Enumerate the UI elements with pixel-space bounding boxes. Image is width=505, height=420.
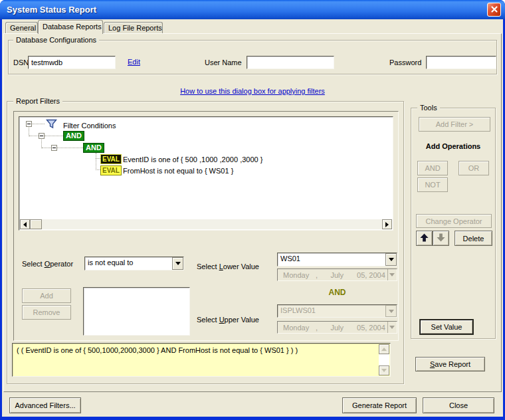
upper-value-combobox-value: ISPLWS01 xyxy=(278,305,385,317)
arrow-left-icon xyxy=(23,222,27,227)
database-configurations-group-label: Database Configurations xyxy=(13,36,99,44)
save-report-button[interactable]: Save Report xyxy=(415,357,485,371)
tree-expander-and-1[interactable] xyxy=(39,133,45,139)
advanced-filters-button[interactable]: Advanced Filters... xyxy=(9,397,81,413)
help-link-row: How to use this dialog box for applying … xyxy=(0,87,505,95)
select-upper-value-label-post: pper Value xyxy=(225,316,259,324)
tree-node-eval-1-badge[interactable]: EVAL xyxy=(100,154,122,164)
tree-expander-root[interactable] xyxy=(26,121,32,127)
report-filters-group-label: Report Filters xyxy=(13,97,62,105)
tree-horizontal-scrollbar[interactable] xyxy=(20,219,392,229)
tree-connector xyxy=(57,148,83,148)
close-dialog-button[interactable]: Close xyxy=(423,397,494,413)
password-input[interactable] xyxy=(426,56,496,69)
tools-group-label: Tools xyxy=(417,104,440,112)
tab-general-label: General xyxy=(10,24,36,32)
lower-date-arrow xyxy=(387,269,397,280)
upper-date-day-year: 05, 2004 xyxy=(357,324,387,332)
user-name-input[interactable] xyxy=(247,56,334,69)
lower-date-day-year: 05, 2004 xyxy=(357,271,387,279)
not-operation-button: NOT xyxy=(417,177,448,192)
tree-node-and-2[interactable]: AND xyxy=(83,143,104,153)
move-up-button[interactable] xyxy=(416,231,433,246)
select-lower-value-label-post: ower Value xyxy=(223,262,259,270)
upper-date-arrow xyxy=(387,322,397,333)
close-icon xyxy=(490,5,498,15)
filter-summary-box: ( ( EventID is one of { 500,1000,2000,30… xyxy=(12,343,391,377)
tree-connector xyxy=(29,136,39,136)
close-button[interactable] xyxy=(487,3,501,17)
help-link[interactable]: How to use this dialog box for applying … xyxy=(180,87,325,95)
chevron-down-icon xyxy=(389,326,395,329)
lower-value-combobox[interactable]: WS01 xyxy=(277,253,397,266)
edit-link[interactable]: Edit xyxy=(128,58,140,66)
dsn-input[interactable] xyxy=(28,56,116,69)
upper-date-separator: , xyxy=(316,324,331,332)
upper-value-combobox: ISPLWS01 xyxy=(277,304,397,318)
arrow-right-icon xyxy=(385,222,389,227)
tab-log-file-reports[interactable]: Log File Reports xyxy=(104,22,163,34)
save-report-label-key: S xyxy=(430,360,435,368)
add-operations-label: Add Operations xyxy=(412,142,494,150)
tree-node-filter-conditions[interactable]: Filter Conditions xyxy=(63,122,116,130)
tab-database-reports[interactable]: Database Reports xyxy=(38,20,103,34)
dialog-window: System Status Report General Database Re… xyxy=(0,0,505,420)
tab-database-reports-label: Database Reports xyxy=(43,23,102,31)
arrow-down-icon xyxy=(436,233,446,244)
remove-button: Remove xyxy=(22,305,71,320)
scrollbar-thumb[interactable] xyxy=(30,219,42,229)
arrow-down-icon xyxy=(381,369,387,372)
password-label: Password xyxy=(389,58,421,66)
tree-expander-and-2[interactable] xyxy=(51,145,57,151)
tree-connector xyxy=(96,153,96,170)
chevron-down-icon xyxy=(175,262,181,265)
tab-general[interactable]: General xyxy=(5,22,38,34)
lower-value-combobox-arrow[interactable] xyxy=(385,253,397,266)
chevron-down-icon xyxy=(389,310,394,313)
between-and-label: AND xyxy=(277,288,397,297)
lower-value-combobox-value: WS01 xyxy=(278,253,385,266)
tree-node-and-1[interactable]: AND xyxy=(63,131,84,141)
upper-date-month: July xyxy=(331,324,357,332)
summary-vertical-scrollbar xyxy=(379,344,389,375)
tree-node-eval-2-badge[interactable]: EVAL xyxy=(100,165,122,175)
add-filter-button: Add Filter > xyxy=(419,117,490,132)
filter-summary-text: ( ( EventID is one of { 500,1000,2000,30… xyxy=(17,346,375,354)
scroll-right-button[interactable] xyxy=(382,219,392,229)
user-name-label: User Name xyxy=(205,58,242,66)
move-down-button xyxy=(433,231,449,246)
generate-report-button[interactable]: Generate Report xyxy=(342,397,417,413)
delete-button[interactable]: Delete xyxy=(454,231,492,246)
scroll-up-button xyxy=(379,344,389,354)
filter-conditions-tree[interactable]: Filter Conditions AND AND EVAL EventID i… xyxy=(19,116,393,231)
select-upper-value-label: Select Upper Value xyxy=(197,316,259,324)
tree-node-eval-1-label[interactable]: EventID is one of { 500 ,1000 ,2000 ,300… xyxy=(123,156,262,163)
operator-combobox-arrow[interactable] xyxy=(172,257,183,270)
lower-date-separator: , xyxy=(316,271,331,279)
upper-date-weekday: Monday xyxy=(283,324,316,332)
lower-date-picker: Monday , July 05, 2004 xyxy=(277,268,397,281)
values-listbox[interactable] xyxy=(83,287,190,336)
scroll-left-button[interactable] xyxy=(20,219,30,229)
lower-date-month: July xyxy=(331,271,357,279)
set-value-button[interactable]: Set Value xyxy=(420,320,473,334)
scroll-down-button xyxy=(379,366,389,375)
upper-value-combobox-arrow xyxy=(385,305,397,317)
operator-combobox[interactable]: is not equal to xyxy=(84,257,184,270)
save-report-label-post: ave Report xyxy=(435,360,470,368)
arrow-up-icon xyxy=(381,348,387,351)
title-bar: System Status Report xyxy=(0,0,505,19)
operator-combobox-value: is not equal to xyxy=(85,257,172,270)
tree-node-eval-2-label[interactable]: FromHost is not equal to { WS01 } xyxy=(123,167,233,175)
select-upper-value-label-key: U xyxy=(219,316,225,324)
upper-date-picker: Monday , July 05, 2004 xyxy=(277,321,397,334)
scrollbar-track[interactable] xyxy=(42,219,382,229)
tree-connector xyxy=(45,136,63,136)
dsn-label: DSN xyxy=(13,58,29,66)
change-operator-button: Change Operator xyxy=(416,214,492,228)
select-operator-label: Select Operator xyxy=(22,260,73,268)
and-operation-button: AND xyxy=(417,161,448,175)
tree-connector xyxy=(96,158,100,159)
select-operator-label-post: perator xyxy=(50,260,73,268)
select-operator-label-key: O xyxy=(45,260,50,268)
